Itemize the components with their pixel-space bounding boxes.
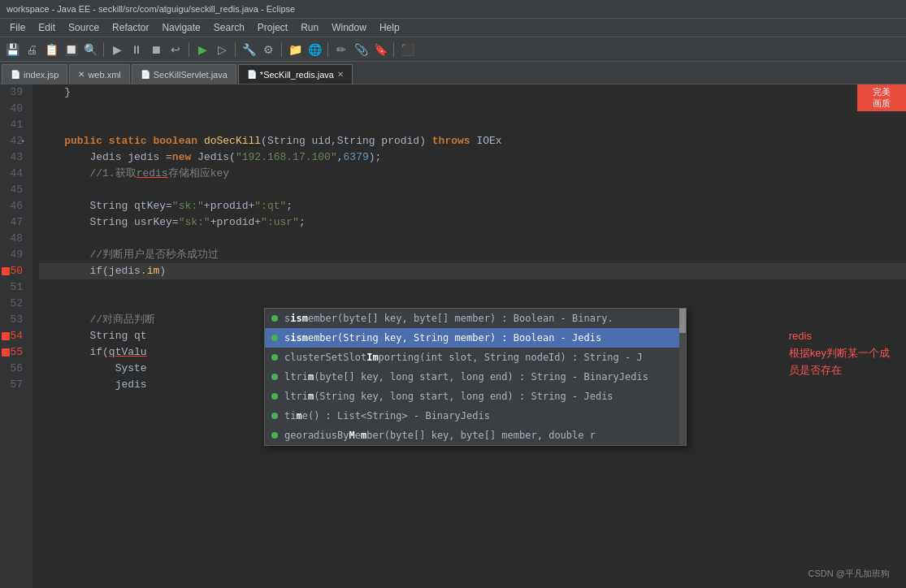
top-badge: 完美 画质 [857,84,906,111]
toolbar-debug-pause[interactable]: ⏸ [128,41,145,58]
scrollbar-thumb[interactable] [679,309,686,333]
annotation-line-2: 根据key判断某一个成 [789,345,890,362]
tab-label-servlet: SecKillServlet.java [154,70,228,80]
gutter-57: 57 [0,377,28,393]
toolbar-btn7[interactable]: ⚙ [259,41,277,58]
code-line-39: } [39,84,906,101]
toolbar-btn9[interactable]: 🌐 [306,41,323,58]
menu-help[interactable]: Help [373,20,406,35]
autocomplete-item-2[interactable]: sismember(String key, String member) : B… [265,328,686,348]
autocomplete-dot-6 [271,413,278,419]
toolbar-btn8[interactable]: 📁 [286,41,304,58]
autocomplete-text-1: sismember(byte[] key, byte[] member) : B… [284,313,613,324]
gutter-48: 48 [0,231,28,247]
autocomplete-item-4[interactable]: ltrim(byte[] key, long start, long end) … [265,367,686,387]
autocomplete-item-1[interactable]: sismember(byte[] key, byte[] member) : B… [265,309,686,328]
tab-close-redis[interactable]: ✕ [337,70,344,79]
error-marker-54 [2,332,10,340]
separator3 [235,42,236,57]
toolbar-run[interactable]: ▶ [193,41,211,58]
menu-window[interactable]: Window [325,20,373,35]
gutter-51: 51 [0,279,28,296]
tab-seckill-redis[interactable]: 📄 *SecKill_redis.java ✕ [238,64,353,84]
autocomplete-text-4: ltrim(byte[] key, long start, long end) … [284,371,648,383]
autocomplete-dropdown[interactable]: sismember(byte[] key, byte[] member) : B… [264,308,687,446]
tab-label-index: index.jsp [24,70,59,80]
autocomplete-text-6: time() : List<String> - BinaryJedis [284,410,490,422]
autocomplete-dot-4 [271,374,278,380]
autocomplete-item-5[interactable]: ltrim(String key, long start, long end) … [265,387,686,406]
separator2 [189,42,189,57]
autocomplete-dot-2 [271,335,278,341]
gutter-54: 54 [0,328,28,344]
badge-line1: 完美 [862,86,901,97]
autocomplete-text-7: georadiusByMember(byte[] key, byte[] mem… [284,430,596,441]
line-gutter: 39 40 41 42 ▸ 43 44 45 46 47 48 49 50 51… [0,84,33,588]
fold-icon-42[interactable]: ▸ [21,133,25,149]
menu-project[interactable]: Project [251,20,294,35]
toolbar-print[interactable]: 🖨 [23,41,41,58]
autocomplete-item-6[interactable]: time() : List<String> - BinaryJedis [265,406,686,426]
watermark-text: CSDN @平凡加班狗 [808,569,890,578]
gutter-50: 50 [0,263,28,279]
menu-refactor[interactable]: Refactor [106,20,155,35]
toolbar-btn3[interactable]: 📋 [42,41,60,58]
menu-edit[interactable]: Edit [32,20,62,35]
toolbar-btn4[interactable]: 🔲 [62,41,80,58]
toolbar-btn12[interactable]: 🔖 [371,41,389,58]
toolbar-perspective[interactable]: ⬛ [398,41,416,58]
gutter-55: 55 [0,344,28,361]
separator5 [327,42,328,57]
gutter-40: 40 [0,101,28,117]
tab-icon-servlet: 📄 [141,70,150,79]
gutter-41: 41 [0,117,28,133]
tab-index-jsp[interactable]: 📄 index.jsp [2,64,67,84]
watermark: CSDN @平凡加班狗 [808,568,890,580]
tab-bar: 📄 index.jsp ✕ web.xml 📄 SecKillServlet.j… [0,62,906,84]
toolbar-debug-stop[interactable]: ⏹ [147,41,165,58]
autocomplete-item-7[interactable]: georadiusByMember(byte[] key, byte[] mem… [265,426,686,445]
toolbar-debug-play[interactable]: ▶ [108,41,126,58]
tab-web-xml[interactable]: ✕ web.xml [69,64,129,84]
tab-label-web: web.xml [88,70,120,80]
code-line-49: //判断用户是否秒杀成功过 [39,247,906,263]
editor-area: 39 40 41 42 ▸ 43 44 45 46 47 48 49 50 51… [0,84,906,588]
toolbar-btn5[interactable]: 🔍 [81,41,99,58]
gutter-45: 45 [0,182,28,198]
menu-source[interactable]: Source [62,20,106,35]
toolbar-run2[interactable]: ▷ [213,41,231,58]
autocomplete-text-3: clusterSetSlotImporting(int slot, String… [284,352,643,363]
code-line-48 [39,231,906,247]
gutter-46: 46 [0,198,28,214]
autocomplete-item-3[interactable]: clusterSetSlotImporting(int slot, String… [265,348,686,367]
autocomplete-scrollbar[interactable] [679,309,686,445]
menu-file[interactable]: File [3,20,32,35]
gutter-43: 43 [0,149,28,166]
menu-navigate[interactable]: Navigate [155,20,206,35]
autocomplete-dot-1 [271,315,278,322]
gutter-42: 42 ▸ [0,133,28,149]
menu-run[interactable]: Run [294,20,325,35]
code-line-45 [39,182,906,198]
tab-seckill-servlet[interactable]: 📄 SecKillServlet.java [132,64,236,84]
code-line-42: public static boolean doSecKill ( String… [39,133,906,149]
separator1 [103,42,104,57]
gutter-53: 53 [0,312,28,328]
autocomplete-dot-7 [271,432,278,439]
annotation-line-1: redis [789,328,890,345]
code-line-50: if(jedis. im ) [39,263,906,279]
toolbar-new[interactable]: 💾 [3,41,21,58]
gutter-39: 39 [0,84,28,101]
code-line-40 [39,101,906,117]
gutter-52: 52 [0,296,28,312]
tab-icon-web: ✕ [78,70,85,79]
tab-icon-index: 📄 [11,70,20,79]
toolbar-btn11[interactable]: 📎 [352,41,370,58]
gutter-56: 56 [0,361,28,377]
toolbar-btn10[interactable]: ✏ [332,41,350,58]
toolbar-debug-step[interactable]: ↩ [167,41,184,58]
toolbar-btn6[interactable]: 🔧 [240,41,258,58]
code-line-47: String usrKey= "sk:" +prodid+ ":usr" ; [39,214,906,231]
menu-search[interactable]: Search [207,20,251,35]
side-annotation: redis 根据key判断某一个成 员是否存在 [789,328,890,378]
